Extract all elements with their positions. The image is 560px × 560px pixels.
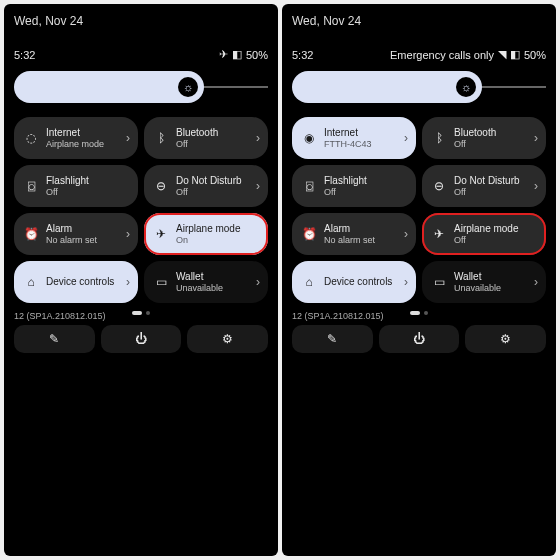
battery-pct: 50%	[524, 49, 546, 61]
airplane-icon: ✈	[219, 48, 228, 61]
tile-dnd[interactable]: ⊖Do Not DisturbOff›	[422, 165, 546, 207]
date: Wed, Nov 24	[14, 14, 268, 28]
devcontrols-icon: ⌂	[300, 275, 318, 289]
battery-icon: ◧	[510, 48, 520, 61]
tile-title: Airplane mode	[454, 223, 538, 235]
edit-button[interactable]: ✎	[292, 325, 373, 353]
settings-button[interactable]: ⚙	[465, 325, 546, 353]
dnd-icon: ⊖	[152, 179, 170, 193]
tile-airplane[interactable]: ✈Airplane modeOff	[422, 213, 546, 255]
tile-text: InternetAirplane mode	[46, 127, 126, 149]
tile-alarm[interactable]: ⏰AlarmNo alarm set›	[14, 213, 138, 255]
footer-buttons: ✎ ⏻ ⚙	[14, 325, 268, 353]
tile-subtitle: Unavailable	[176, 283, 256, 293]
alarm-icon: ⏰	[300, 227, 318, 241]
power-button[interactable]: ⏻	[101, 325, 182, 353]
tile-text: Device controls	[324, 276, 404, 288]
tile-title: Alarm	[46, 223, 126, 235]
tile-text: BluetoothOff	[176, 127, 256, 149]
bluetooth-icon: ᛒ	[152, 131, 170, 145]
tile-subtitle: No alarm set	[46, 235, 126, 245]
tile-alarm[interactable]: ⏰AlarmNo alarm set›	[292, 213, 416, 255]
dnd-icon: ⊖	[430, 179, 448, 193]
tile-subtitle: Off	[46, 187, 130, 197]
tile-title: Do Not Disturb	[454, 175, 534, 187]
tile-devcontrols[interactable]: ⌂Device controls›	[292, 261, 416, 303]
chevron-right-icon: ›	[404, 275, 408, 289]
statusbar: 5:32 Emergency calls only ◥ ◧ 50%	[292, 48, 546, 61]
qs-tiles: ◌InternetAirplane mode›ᛒBluetoothOff›⌼Fl…	[14, 117, 268, 303]
phone-left: Wed, Nov 24 5:32 ✈ ◧ 50% ☼ ◌InternetAirp…	[4, 4, 278, 556]
tile-internet[interactable]: ◌InternetAirplane mode›	[14, 117, 138, 159]
tile-dnd[interactable]: ⊖Do Not DisturbOff›	[144, 165, 268, 207]
tile-subtitle: Off	[176, 139, 256, 149]
clock: 5:32	[14, 49, 35, 61]
tile-subtitle: On	[176, 235, 260, 245]
tile-title: Do Not Disturb	[176, 175, 256, 187]
tile-title: Internet	[46, 127, 126, 139]
tile-wallet[interactable]: ▭WalletUnavailable›	[144, 261, 268, 303]
chevron-right-icon: ›	[534, 179, 538, 193]
tile-title: Flashlight	[46, 175, 130, 187]
tile-devcontrols[interactable]: ⌂Device controls›	[14, 261, 138, 303]
chevron-right-icon: ›	[126, 131, 130, 145]
tile-subtitle: Off	[454, 139, 534, 149]
tile-text: Device controls	[46, 276, 126, 288]
tile-title: Flashlight	[324, 175, 408, 187]
flashlight-icon: ⌼	[300, 179, 318, 193]
tile-title: Wallet	[454, 271, 534, 283]
tile-subtitle: FTTH-4C43	[324, 139, 404, 149]
tile-subtitle: Airplane mode	[46, 139, 126, 149]
settings-button[interactable]: ⚙	[187, 325, 268, 353]
tile-text: FlashlightOff	[324, 175, 408, 197]
wallet-icon: ▭	[152, 275, 170, 289]
tile-subtitle: Off	[454, 187, 534, 197]
statusbar: 5:32 ✈ ◧ 50%	[14, 48, 268, 61]
footer-buttons: ✎ ⏻ ⚙	[292, 325, 546, 353]
tile-subtitle: Off	[324, 187, 408, 197]
tile-text: Do Not DisturbOff	[176, 175, 256, 197]
tile-airplane[interactable]: ✈Airplane modeOn	[144, 213, 268, 255]
tile-title: Wallet	[176, 271, 256, 283]
chevron-right-icon: ›	[534, 131, 538, 145]
power-button[interactable]: ⏻	[379, 325, 460, 353]
battery-icon: ◧	[232, 48, 242, 61]
tile-text: BluetoothOff	[454, 127, 534, 149]
brightness-slider[interactable]: ☼	[14, 71, 268, 103]
tile-subtitle: Off	[176, 187, 256, 197]
tile-text: AlarmNo alarm set	[46, 223, 126, 245]
chevron-right-icon: ›	[256, 131, 260, 145]
tile-text: Airplane modeOn	[176, 223, 260, 245]
status-extra: Emergency calls only	[390, 49, 494, 61]
tile-subtitle: Off	[454, 235, 538, 245]
wallet-icon: ▭	[430, 275, 448, 289]
bluetooth-icon: ᛒ	[430, 131, 448, 145]
edit-button[interactable]: ✎	[14, 325, 95, 353]
tile-text: InternetFTTH-4C43	[324, 127, 404, 149]
tile-text: Do Not DisturbOff	[454, 175, 534, 197]
tile-flashlight[interactable]: ⌼FlashlightOff	[14, 165, 138, 207]
tile-wallet[interactable]: ▭WalletUnavailable›	[422, 261, 546, 303]
tile-title: Alarm	[324, 223, 404, 235]
tile-bluetooth[interactable]: ᛒBluetoothOff›	[144, 117, 268, 159]
chevron-right-icon: ›	[256, 275, 260, 289]
brightness-slider[interactable]: ☼	[292, 71, 546, 103]
internet-icon: ◌	[22, 131, 40, 145]
tile-text: FlashlightOff	[46, 175, 130, 197]
tile-text: WalletUnavailable	[454, 271, 534, 293]
tile-title: Device controls	[324, 276, 404, 288]
tile-text: WalletUnavailable	[176, 271, 256, 293]
chevron-right-icon: ›	[404, 131, 408, 145]
tile-internet[interactable]: ◉InternetFTTH-4C43›	[292, 117, 416, 159]
tile-title: Bluetooth	[176, 127, 256, 139]
chevron-right-icon: ›	[534, 275, 538, 289]
tile-subtitle: No alarm set	[324, 235, 404, 245]
phone-right: Wed, Nov 24 5:32 Emergency calls only ◥ …	[282, 4, 556, 556]
airplane-icon: ✈	[152, 227, 170, 241]
tile-flashlight[interactable]: ⌼FlashlightOff	[292, 165, 416, 207]
tile-bluetooth[interactable]: ᛒBluetoothOff›	[422, 117, 546, 159]
chevron-right-icon: ›	[126, 227, 130, 241]
tile-title: Internet	[324, 127, 404, 139]
chevron-right-icon: ›	[126, 275, 130, 289]
brightness-icon: ☼	[456, 77, 476, 97]
